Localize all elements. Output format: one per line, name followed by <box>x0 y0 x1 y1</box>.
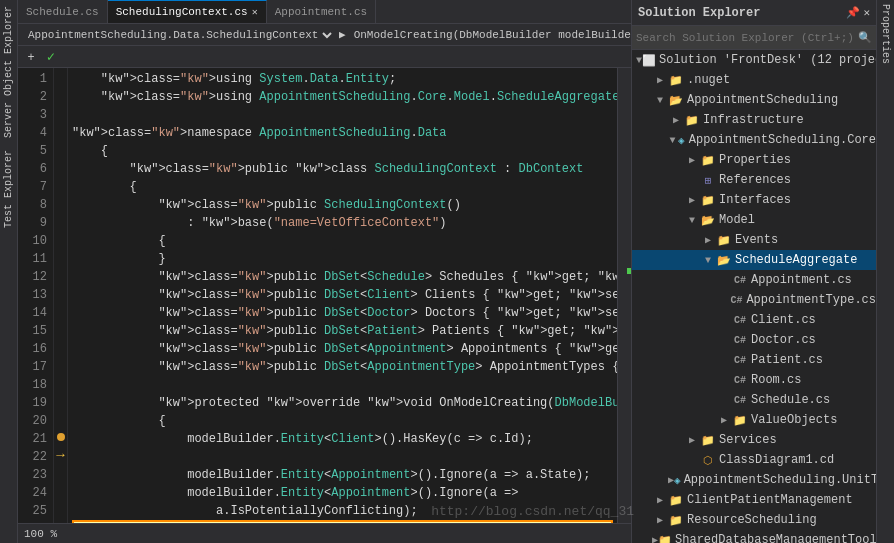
tab-scheduling-context[interactable]: SchedulingContext.cs ✕ <box>108 0 267 23</box>
toggle-icon: ▶ <box>652 494 668 506</box>
tree-item-appointmenttype-cs[interactable]: C#AppointmentType.cs <box>632 290 876 310</box>
code-line: "kw">class="kw">namespace AppointmentSch… <box>72 124 613 142</box>
code-content[interactable]: "kw">class="kw">using System.Data.Entity… <box>68 68 617 523</box>
diagram-icon: ⬡ <box>700 452 716 468</box>
tree-item-label: Services <box>719 433 777 447</box>
left-sidebar: Server Object Explorer Test Explorer <box>0 0 18 543</box>
se-search-icon[interactable]: 🔍 <box>858 31 872 44</box>
tree-item-properties[interactable]: ▶📁Properties <box>632 150 876 170</box>
tree-item-label: Interfaces <box>719 193 791 207</box>
gutter-item <box>54 68 67 86</box>
tree-item-label: Infrastructure <box>703 113 804 127</box>
folder-icon: 📁 <box>658 532 672 543</box>
tree-item-label: Schedule.cs <box>751 393 830 407</box>
tree-item-services[interactable]: ▶📁Services <box>632 430 876 450</box>
tree-item-room-cs[interactable]: C#Room.cs <box>632 370 876 390</box>
tab-scheduling-context-label: SchedulingContext.cs <box>116 6 248 18</box>
tree-item-appointmentscheduling[interactable]: ▼📂AppointmentScheduling <box>632 90 876 110</box>
gutter-item <box>54 392 67 410</box>
code-line: "kw">class="kw">public DbSet<Patient> Pa… <box>72 322 613 340</box>
se-action-close[interactable]: ✕ <box>863 6 870 19</box>
tab-schedule[interactable]: Schedule.cs <box>18 0 108 23</box>
tree-item-label: Events <box>735 233 778 247</box>
tree-item-classdiagram1-cd[interactable]: ⬡ClassDiagram1.cd <box>632 450 876 470</box>
tree-item-appointmentscheduling-unittests[interactable]: ▶◈AppointmentScheduling.UnitTests <box>632 470 876 490</box>
tree-item-doctor-cs[interactable]: C#Doctor.cs <box>632 330 876 350</box>
csharp-file-icon: C# <box>732 352 748 368</box>
properties-tab[interactable]: Properties <box>878 0 893 68</box>
tree-item-label: References <box>719 173 791 187</box>
editor-toolbar: + ✓ <box>18 46 631 68</box>
folder-icon: 📁 <box>700 432 716 448</box>
gutter-item <box>54 500 67 518</box>
zoom-bar: 100 % <box>18 523 631 543</box>
tab-appointment-label: Appointment.cs <box>275 6 367 18</box>
tree-item--nuget[interactable]: ▶📁.nuget <box>632 70 876 90</box>
code-line: "kw">class="kw">public DbSet<Appointment… <box>72 340 613 358</box>
sidebar-test-explorer[interactable]: Test Explorer <box>1 144 16 234</box>
csharp-file-icon: C# <box>732 272 748 288</box>
tree-item-label: ClassDiagram1.cd <box>719 453 834 467</box>
folder-open-icon: 📂 <box>700 212 716 228</box>
gutter-item <box>54 302 67 320</box>
breadcrumb-separator: ▶ <box>339 28 346 41</box>
code-line: "kw">class="kw">public "kw">class Schedu… <box>72 160 613 178</box>
tree-item-model[interactable]: ▼📂Model <box>632 210 876 230</box>
toolbar-add-button[interactable]: + <box>22 48 40 66</box>
tree-item-valueobjects[interactable]: ▶📁ValueObjects <box>632 410 876 430</box>
folder-icon: 📁 <box>732 412 748 428</box>
tree-item-appointmentscheduling-core[interactable]: ▼◈AppointmentScheduling.Core <box>632 130 876 150</box>
toolbar-ok-button[interactable]: ✓ <box>42 48 60 66</box>
se-tree: ▼ ⬜ Solution 'FrontDesk' (12 projects) ▶… <box>632 50 876 543</box>
tree-item-label: Client.cs <box>751 313 816 327</box>
gutter-item <box>54 266 67 284</box>
folder-open-icon: 📂 <box>668 92 684 108</box>
scroll-position <box>627 268 631 274</box>
se-action-pin[interactable]: 📌 <box>846 6 860 19</box>
toggle-icon: ▶ <box>684 154 700 166</box>
tree-solution-root[interactable]: ▼ ⬜ Solution 'FrontDesk' (12 projects) <box>632 50 876 70</box>
tree-item-appointment-cs[interactable]: C#Appointment.cs <box>632 270 876 290</box>
project-icon: ◈ <box>674 472 681 488</box>
close-tab-icon[interactable]: ✕ <box>252 6 258 18</box>
gutter-item <box>54 86 67 104</box>
tree-item-events[interactable]: ▶📁Events <box>632 230 876 250</box>
code-line: "kw">class="kw">public DbSet<Client> Cli… <box>72 286 613 304</box>
toggle-icon: ▶ <box>716 414 732 426</box>
tree-item-resourcescheduling[interactable]: ▶📁ResourceScheduling <box>632 510 876 530</box>
folder-icon: 📁 <box>668 512 684 528</box>
csharp-file-icon: C# <box>732 392 748 408</box>
tree-item-clientpatientmanagement[interactable]: ▶📁ClientPatientManagement <box>632 490 876 510</box>
gutter-item <box>54 158 67 176</box>
se-search-input[interactable] <box>636 32 858 44</box>
code-line: "kw">protected "kw">override "kw">void O… <box>72 394 613 412</box>
gutter-item <box>54 230 67 248</box>
zoom-level: 100 % <box>24 528 57 540</box>
tree-item-patient-cs[interactable]: C#Patient.cs <box>632 350 876 370</box>
toggle-icon: ▼ <box>684 215 700 226</box>
tree-item-infrastructure[interactable]: ▶📁Infrastructure <box>632 110 876 130</box>
folder-icon: 📁 <box>700 152 716 168</box>
breadcrumb-left-select[interactable]: AppointmentScheduling.Data.SchedulingCon… <box>24 28 335 42</box>
tree-item-scheduleaggregate[interactable]: ▼📂ScheduleAggregate <box>632 250 876 270</box>
tree-item-label: Patient.cs <box>751 353 823 367</box>
code-line: modelBuilder.Entity<Schedule>().Ignore(s… <box>72 520 613 523</box>
right-scrollbar[interactable] <box>617 68 631 523</box>
csharp-file-icon: C# <box>732 372 748 388</box>
breadcrumb-bar: AppointmentScheduling.Data.SchedulingCon… <box>18 24 631 46</box>
sidebar-server-object-explorer[interactable]: Server Object Explorer <box>1 0 16 144</box>
right-sidebar: Properties <box>876 0 894 543</box>
tree-item-label: Properties <box>719 153 791 167</box>
tree-item-references[interactable]: ⊞References <box>632 170 876 190</box>
tab-appointment[interactable]: Appointment.cs <box>267 0 376 23</box>
tree-item-shareddatabasemanagementtools[interactable]: ▶📁SharedDatabaseManagementTools <box>632 530 876 543</box>
code-line: { <box>72 232 613 250</box>
tree-item-interfaces[interactable]: ▶📁Interfaces <box>632 190 876 210</box>
code-line: a.IsPotentiallyConflicting); <box>72 502 613 520</box>
code-line: "kw">class="kw">public SchedulingContext… <box>72 196 613 214</box>
toggle-icon: ▼ <box>700 255 716 266</box>
tree-item-client-cs[interactable]: C#Client.cs <box>632 310 876 330</box>
breadcrumb-right-select[interactable]: OnModelCreating(DbModelBuilder modelBuil… <box>350 28 631 42</box>
csharp-file-icon: C# <box>732 312 748 328</box>
tree-item-schedule-cs[interactable]: C#Schedule.cs <box>632 390 876 410</box>
